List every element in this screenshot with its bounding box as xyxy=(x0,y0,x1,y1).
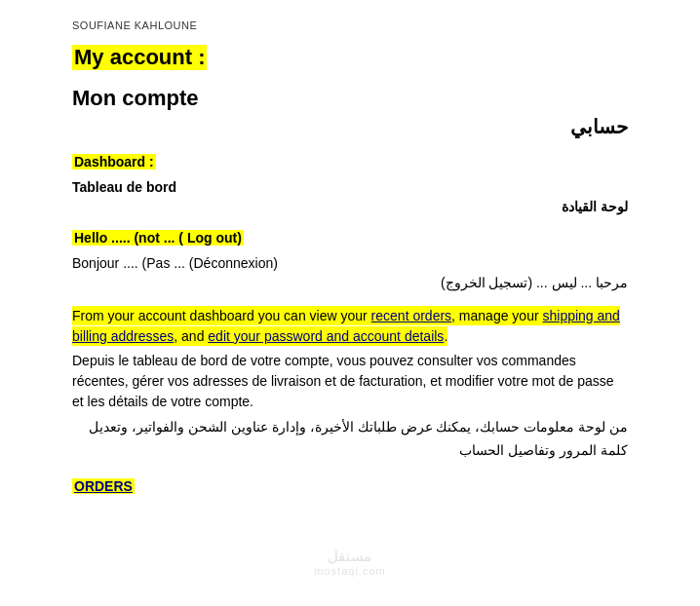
hello-text-ar: مرحبا ... ليس ... (تسجيل الخروج) xyxy=(72,275,628,290)
orders-link[interactable]: ORDERS xyxy=(72,478,135,494)
my-account-title-ar: حسابي xyxy=(72,115,628,138)
description-en: From your account dashboard you can view… xyxy=(72,306,620,346)
watermark: مستقل mostaqi.com xyxy=(314,548,385,577)
edit-password-link[interactable]: edit your password and account details xyxy=(208,328,444,344)
my-account-title-fr: Mon compte xyxy=(72,86,199,110)
logout-link-en[interactable]: ( Log out) xyxy=(178,230,242,246)
username: SOUFIANE KAHLOUNE xyxy=(72,19,628,31)
dashboard-label-en: Dashboard : xyxy=(72,154,156,170)
description-ar: من لوحة معلومات حسابك، يمكنك عرض طلباتك … xyxy=(72,416,628,463)
description-fr: Depuis le tableau de bord de votre compt… xyxy=(72,353,614,409)
recent-orders-link[interactable]: recent orders xyxy=(371,308,451,323)
hello-text-en: Hello ..... (not ... ( Log out) xyxy=(72,230,244,246)
dashboard-label-ar: لوحة القيادة xyxy=(72,199,628,214)
my-account-title-en: My account : xyxy=(72,45,207,70)
hello-text-fr: Bonjour .... (Pas ... (Déconnexion) xyxy=(72,255,278,271)
dashboard-label-fr: Tableau de bord xyxy=(72,179,176,195)
